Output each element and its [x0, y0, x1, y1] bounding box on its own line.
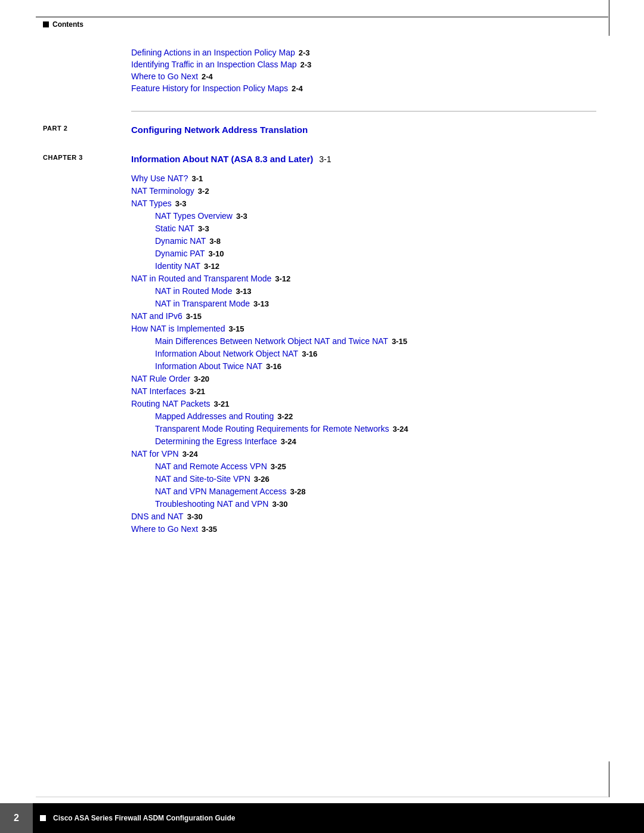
toc-item-12: How NAT is Implemented3-15	[131, 324, 596, 333]
toc-item-7: Identity NAT3-12	[155, 261, 596, 271]
toc-link-0[interactable]: Why Use NAT?	[131, 174, 188, 183]
toc-page-4: 3-3	[198, 224, 209, 233]
intro-link-anchor-2[interactable]: Identifying Traffic in an Inspection Cla…	[131, 60, 297, 69]
toc-item-2: NAT Types3-3	[131, 199, 596, 208]
intro-link-page-3: 2-4	[202, 72, 213, 81]
toc-page-13: 3-15	[392, 337, 407, 346]
toc-link-4[interactable]: Static NAT	[155, 224, 194, 233]
toc-link-26[interactable]: Troubleshooting NAT and VPN	[155, 499, 268, 509]
toc-item-25: NAT and VPN Management Access3-28	[155, 487, 596, 496]
toc-link-10[interactable]: NAT in Transparent Mode	[155, 299, 250, 308]
toc-page-19: 3-22	[277, 412, 293, 421]
chapter-title[interactable]: Information About NAT (ASA 8.3 and Later…	[131, 154, 313, 164]
intro-link-3: Where to Go Next 2-4	[131, 72, 596, 81]
toc-page-23: 3-25	[271, 462, 286, 471]
toc-page-12: 3-15	[228, 324, 244, 333]
toc-item-19: Mapped Addresses and Routing3-22	[155, 411, 596, 421]
toc-page-9: 3-13	[236, 287, 251, 296]
toc-item-14: Information About Network Object NAT3-16	[155, 349, 596, 358]
toc-link-27[interactable]: DNS and NAT	[131, 512, 184, 521]
toc-link-6[interactable]: Dynamic PAT	[155, 249, 205, 258]
right-border	[609, 0, 609, 36]
page-number: 2	[14, 813, 19, 823]
toc-page-0: 3-1	[191, 174, 203, 183]
toc-link-17[interactable]: NAT Interfaces	[131, 386, 186, 396]
contents-label: Contents	[52, 20, 83, 29]
toc-page-20: 3-24	[392, 425, 408, 433]
toc-page-28: 3-35	[202, 525, 217, 534]
toc-link-13[interactable]: Main Differences Between Network Object …	[155, 336, 388, 346]
intro-links: Defining Actions in an Inspection Policy…	[131, 48, 596, 93]
toc-item-5: Dynamic NAT3-8	[155, 236, 596, 246]
main-content: Defining Actions in an Inspection Policy…	[131, 48, 596, 537]
toc-page-24: 3-26	[254, 475, 270, 484]
toc-page-16: 3-20	[194, 374, 209, 383]
toc-page-8: 3-12	[275, 274, 290, 283]
toc-item-3: NAT Types Overview3-3	[155, 211, 596, 221]
footer: 2 Cisco ASA Series Firewall ASDM Configu…	[0, 803, 644, 833]
intro-link-2: Identifying Traffic in an Inspection Cla…	[131, 60, 596, 69]
toc-page-5: 3-8	[209, 237, 221, 246]
toc-link-15[interactable]: Information About Twice NAT	[155, 361, 262, 371]
toc-link-24[interactable]: NAT and Site-to-Site VPN	[155, 474, 250, 484]
toc-page-27: 3-30	[187, 512, 203, 521]
intro-link-page-1: 2-3	[299, 48, 310, 57]
toc-item-22: NAT for VPN3-24	[131, 449, 596, 459]
toc-page-7: 3-12	[204, 262, 219, 271]
toc-link-23[interactable]: NAT and Remote Access VPN	[155, 462, 267, 471]
toc-link-14[interactable]: Information About Network Object NAT	[155, 349, 298, 358]
toc-link-22[interactable]: NAT for VPN	[131, 449, 179, 459]
toc-item-11: NAT and IPv63-15	[131, 311, 596, 321]
chapter-row: CHAPTER 3 Information About NAT (ASA 8.3…	[131, 154, 596, 171]
toc-item-17: NAT Interfaces3-21	[131, 386, 596, 396]
toc-link-19[interactable]: Mapped Addresses and Routing	[155, 411, 274, 421]
bottom-right-line	[609, 761, 609, 797]
intro-link-anchor-4[interactable]: Feature History for Inspection Policy Ma…	[131, 83, 288, 93]
contents-square-icon	[43, 21, 49, 27]
toc-item-16: NAT Rule Order3-20	[131, 374, 596, 383]
chapter-title-row: Information About NAT (ASA 8.3 and Later…	[131, 154, 332, 164]
toc-link-1[interactable]: NAT Terminology	[131, 186, 194, 196]
toc-item-21: Determining the Egress Interface3-24	[155, 436, 596, 446]
intro-link-anchor-3[interactable]: Where to Go Next	[131, 72, 198, 81]
toc-page-6: 3-10	[209, 249, 224, 258]
toc-link-7[interactable]: Identity NAT	[155, 261, 200, 271]
toc-link-11[interactable]: NAT and IPv6	[131, 311, 182, 321]
toc-link-18[interactable]: Routing NAT Packets	[131, 399, 210, 408]
section-divider	[131, 111, 596, 112]
toc-item-26: Troubleshooting NAT and VPN3-30	[155, 499, 596, 509]
toc-page-2: 3-3	[175, 199, 187, 208]
page-number-badge: 2	[0, 803, 33, 833]
toc-page-15: 3-16	[266, 362, 281, 371]
page: Contents Defining Actions in an Inspecti…	[0, 0, 644, 833]
chapter-label: CHAPTER 3	[43, 154, 83, 161]
toc-item-20: Transparent Mode Routing Requirements fo…	[155, 424, 596, 433]
contents-header: Contents	[43, 20, 83, 29]
toc-item-8: NAT in Routed and Transparent Mode3-12	[131, 274, 596, 283]
toc-page-1: 3-2	[198, 187, 209, 196]
toc-link-9[interactable]: NAT in Routed Mode	[155, 286, 232, 296]
toc-item-28: Where to Go Next3-35	[131, 524, 596, 534]
toc-link-28[interactable]: Where to Go Next	[131, 524, 198, 534]
toc-item-18: Routing NAT Packets3-21	[131, 399, 596, 408]
toc-item-10: NAT in Transparent Mode3-13	[155, 299, 596, 308]
toc-page-18: 3-21	[214, 400, 230, 408]
footer-title: Cisco ASA Series Firewall ASDM Configura…	[53, 814, 235, 822]
toc-item-24: NAT and Site-to-Site VPN3-26	[155, 474, 596, 484]
intro-link-anchor-1[interactable]: Defining Actions in an Inspection Policy…	[131, 48, 295, 57]
toc-item-15: Information About Twice NAT3-16	[155, 361, 596, 371]
toc-page-11: 3-15	[186, 312, 202, 321]
toc-link-8[interactable]: NAT in Routed and Transparent Mode	[131, 274, 271, 283]
toc-link-16[interactable]: NAT Rule Order	[131, 374, 190, 383]
toc-link-2[interactable]: NAT Types	[131, 199, 172, 208]
toc-link-25[interactable]: NAT and VPN Management Access	[155, 487, 286, 496]
toc-link-21[interactable]: Determining the Egress Interface	[155, 436, 277, 446]
part-title[interactable]: Configuring Network Address Translation	[131, 125, 308, 135]
toc-link-12[interactable]: How NAT is Implemented	[131, 324, 225, 333]
intro-link-page-2: 2-3	[301, 60, 312, 69]
toc-link-3[interactable]: NAT Types Overview	[155, 211, 233, 221]
toc-item-1: NAT Terminology3-2	[131, 186, 596, 196]
toc-link-5[interactable]: Dynamic NAT	[155, 236, 206, 246]
part-label: PART 2	[43, 125, 67, 132]
toc-link-20[interactable]: Transparent Mode Routing Requirements fo…	[155, 424, 389, 433]
